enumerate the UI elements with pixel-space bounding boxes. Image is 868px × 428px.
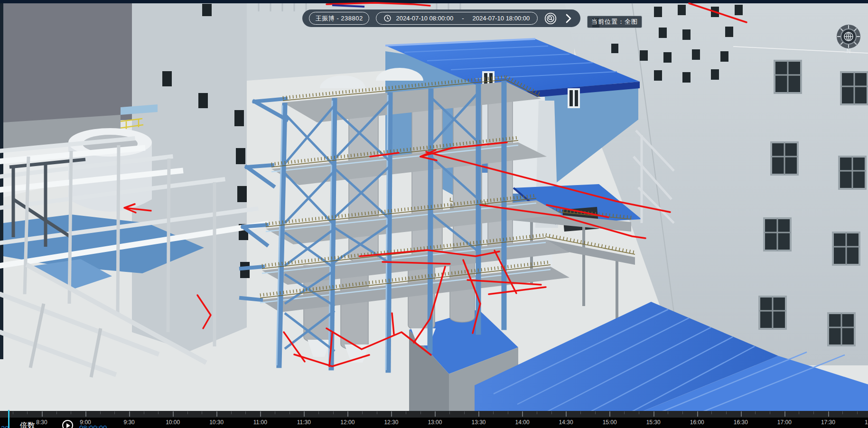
timeline-tick (741, 411, 742, 417)
timeline-tick-label: 17:00 (777, 419, 792, 426)
timeline-tick-label: 16:30 (734, 419, 748, 426)
timeline-tick-label: 15:30 (646, 419, 661, 426)
scene-3d-viewport[interactable] (0, 0, 868, 428)
current-location-badge: 当前位置：全图 (587, 16, 642, 28)
time-start: 2024-07-10 08:00:00 (396, 15, 453, 22)
timeline-tick (668, 411, 668, 414)
timeline-tick-label: 14:30 (559, 419, 573, 426)
timeline-tick (770, 411, 770, 414)
timeline-tick (202, 411, 202, 414)
timeline-tick (478, 411, 479, 417)
timeline-tick-label: 13:30 (471, 419, 485, 426)
timeline-tick-label: 11:30 (297, 419, 311, 426)
timeline-tick-label: 10:00 (166, 419, 180, 426)
timeline-tick (755, 411, 756, 414)
timeline-tick-label: 10:30 (209, 419, 224, 426)
timeline-tick-label: 13:00 (428, 419, 442, 426)
timeline-tick (435, 411, 436, 417)
timeline-tick-label: 12:30 (384, 419, 398, 426)
timeline-tick (275, 411, 275, 414)
compass-icon: N (835, 23, 862, 55)
timeline-tick (609, 411, 610, 417)
timeline-tick (304, 411, 305, 417)
timeline-tick (624, 411, 625, 414)
time-end: 2024-07-10 18:00:00 (473, 15, 530, 22)
time-separator: - (462, 15, 464, 22)
play-icon (66, 423, 70, 428)
timeline-tick (56, 411, 57, 414)
timeline-tick (842, 411, 843, 414)
playback-current-time: 08:00:00 (79, 424, 107, 428)
timeline-tick (493, 411, 494, 414)
timeline-tick (27, 411, 28, 414)
timeline-tick (595, 411, 596, 414)
timeline-tick (85, 411, 86, 417)
timeline-tick (711, 411, 712, 414)
next-button[interactable] (563, 12, 574, 25)
play-button[interactable] (62, 420, 73, 428)
compass-widget[interactable]: N (835, 23, 862, 55)
timeline-tick (508, 411, 508, 414)
person-label: 王振博 - 238802 (316, 14, 363, 23)
timeline-tick (42, 411, 43, 417)
locate-button[interactable] (544, 12, 557, 25)
time-range-pill[interactable]: 2024-07-10 08:00:00 - 2024-07-10 18:00:0… (376, 12, 538, 25)
compass-north-label: N (847, 48, 851, 55)
timeline-tick-label: 14:00 (515, 419, 530, 426)
timeline-tick (333, 411, 334, 414)
timeline-tick-label: 8:30 (36, 419, 47, 426)
timeline-tick (828, 411, 829, 417)
timeline-playhead[interactable] (8, 410, 9, 428)
timeline-tick (697, 411, 698, 417)
timeline-tick (857, 411, 858, 414)
timeline-tick (639, 411, 639, 414)
timeline-label-strip[interactable]: 8:309:009:3010:0010:3011:0011:3012:0012:… (0, 418, 868, 428)
timeline-tick (522, 411, 523, 417)
timeline-tick (551, 411, 552, 414)
timeline-tick-label: 12:00 (340, 419, 355, 426)
timeline-tick (187, 411, 188, 414)
timeline-tick (114, 411, 115, 414)
circle-magnifier-icon (544, 12, 557, 25)
timeline-tick (231, 411, 232, 414)
playback-speed-label: 倍数 (20, 421, 35, 428)
timeline-tick (289, 411, 290, 414)
current-location-label: 当前位置：全图 (591, 18, 638, 25)
timeline-tick (362, 411, 363, 414)
timeline-tick (318, 411, 319, 414)
top-toolbar: 王振博 - 238802 2024-07-10 08:00:00 - 2024-… (302, 9, 580, 27)
timeline-tick (580, 411, 581, 414)
timeline-tick (71, 411, 71, 414)
timeline-tick (799, 411, 799, 414)
timeline-tick (144, 411, 144, 414)
timeline-tick (13, 411, 13, 414)
timeline-tick (726, 411, 727, 414)
timeline-tick (682, 411, 683, 414)
timeline-tick (391, 411, 392, 417)
person-pill[interactable]: 王振博 - 238802 (309, 12, 369, 25)
timeline-tick (377, 411, 377, 414)
timeline-tick (537, 411, 537, 414)
timeline-tick (245, 411, 246, 414)
timeline-tick-label: 16:00 (690, 419, 704, 426)
timeline-tick-label: 15:00 (603, 419, 617, 426)
timeline-tick (449, 411, 450, 414)
timeline-tick (464, 411, 465, 414)
clock-icon (384, 15, 391, 22)
timeline-tick (158, 411, 159, 414)
timeline-tick-strip[interactable] (0, 411, 868, 418)
timeline-tick-label: 9:30 (123, 419, 134, 426)
timeline-tick (260, 411, 261, 417)
timeline-tick (216, 411, 217, 417)
timeline-tick (173, 411, 174, 417)
timeline-tick-label: 11:00 (253, 419, 267, 426)
timeline-tick (420, 411, 421, 414)
timeline-tick (784, 411, 785, 417)
timeline-tick (653, 411, 654, 417)
timeline-tick-label: 18:00 (865, 419, 868, 426)
timeline-tick (813, 411, 814, 414)
timeline-tick (100, 411, 101, 414)
timeline-tick-label: 17:30 (821, 419, 835, 426)
globe-crosshair-icon (844, 32, 853, 41)
timeline-tick (347, 411, 348, 417)
